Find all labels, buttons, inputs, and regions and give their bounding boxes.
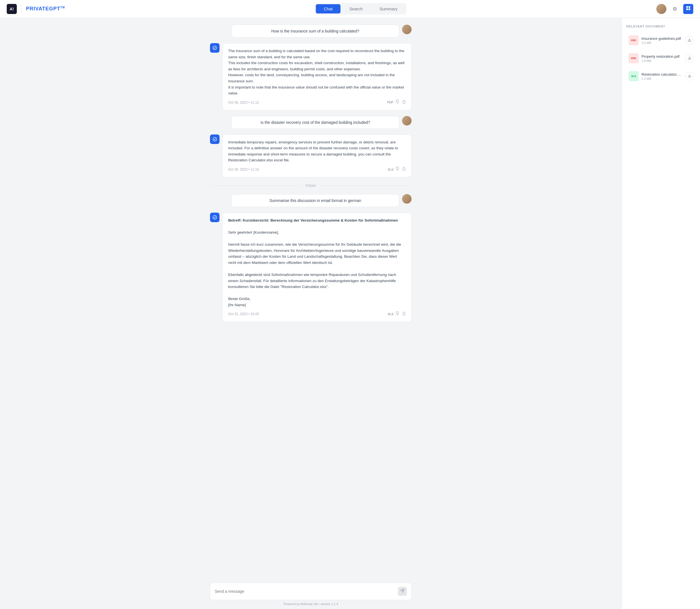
message-row: How is the insurance sum of a building c… (11, 25, 610, 37)
gear-icon: ⚙ (672, 6, 677, 12)
avatar[interactable] (656, 4, 666, 14)
thumbs-up-icon[interactable] (402, 100, 406, 106)
svg-rect-1 (688, 6, 690, 8)
doc-type-badge: PDF (629, 53, 639, 63)
tab-search[interactable]: Search (342, 4, 371, 14)
document-item[interactable]: PDF Property restoration.pdf 1.8 MB (626, 50, 696, 66)
download-icon (688, 38, 691, 42)
logo-icon: A! (7, 4, 17, 14)
document-item[interactable]: XLS Restoration calculator.xl... 1.2 MB (626, 68, 696, 84)
ai-icon (210, 213, 219, 222)
ai-message-row: The insurance sum of a building is calcu… (210, 43, 412, 110)
input-box (210, 583, 412, 600)
user-avatar (402, 116, 412, 125)
doc-size: 1.8 MB (642, 59, 683, 63)
ai-icon (210, 43, 219, 53)
tab-summary[interactable]: Summary (372, 4, 405, 14)
right-sidebar: RELEVANT DOCUMENT PDF Insurance guidelin… (622, 18, 700, 609)
header-actions: ⚙ (656, 4, 693, 14)
download-button[interactable] (685, 72, 693, 80)
doc-name: Restoration calculator.xl... (642, 72, 683, 76)
download-icon (688, 56, 691, 60)
message-footer: Oct 30, 2023 • 11:16 XLS (228, 167, 406, 173)
svg-rect-0 (686, 6, 688, 8)
download-icon (688, 74, 691, 79)
logo-area: A! PRIVATEGPTTM (7, 4, 65, 14)
footer-text: Powered by Artificialy SA • version 1.1.… (11, 602, 610, 606)
separator-line (320, 186, 412, 186)
doc-info: Insurance guidelines.pdf 3.5 MB (642, 36, 683, 45)
doc-name: Insurance guidelines.pdf (642, 36, 683, 41)
message-text: Betreff: Kurzübersicht: Berechnung der V… (228, 218, 406, 308)
main-layout: How is the insurance sum of a building c… (0, 18, 700, 609)
doc-size: 1.2 MB (642, 77, 683, 81)
thumbs-up-icon[interactable] (402, 312, 406, 317)
thumbs-up-icon[interactable] (402, 167, 406, 173)
user-bubble: How is the insurance sum of a building c… (231, 25, 399, 37)
message-text: Immediate temporary repairs, emergency s… (228, 139, 406, 163)
svg-point-5 (213, 137, 217, 141)
message-row: Immediate temporary repairs, emergency s… (11, 135, 610, 177)
svg-point-4 (213, 46, 217, 50)
svg-rect-3 (688, 8, 690, 10)
message-text: The insurance sum of a building is calcu… (228, 48, 406, 97)
thumbs-down-icon[interactable] (396, 100, 399, 106)
user-bubble: Summarise this discussion in email forma… (231, 194, 399, 207)
svg-rect-2 (686, 8, 688, 10)
doc-info: Restoration calculator.xl... 1.2 MB (642, 72, 683, 81)
document-item[interactable]: PDF Insurance guidelines.pdf 3.5 MB (626, 33, 696, 48)
tab-chat[interactable]: Chat (316, 4, 340, 14)
header: A! PRIVATEGPTTM Chat Search Summary ⚙ (0, 0, 700, 18)
send-button[interactable] (398, 587, 407, 596)
user-avatar (402, 194, 412, 204)
doc-size: 3.5 MB (642, 41, 683, 45)
send-icon (400, 589, 405, 594)
user-message: Is the disaster recovery cost of the dam… (210, 116, 412, 129)
download-button[interactable] (685, 36, 693, 44)
user-bubble: Is the disaster recovery cost of the dam… (231, 116, 399, 129)
input-area: Powered by Artificialy SA • version 1.1.… (0, 577, 622, 609)
date-separator: TODAY (210, 184, 412, 187)
messages-container: How is the insurance sum of a building c… (0, 18, 622, 577)
user-message: Summarise this discussion in email forma… (210, 194, 412, 207)
thumbs-down-icon[interactable] (396, 167, 399, 173)
ai-bubble: Immediate temporary repairs, emergency s… (222, 135, 412, 177)
message-footer: Oct 30, 2023 • 11:12 PDF (228, 100, 406, 106)
user-avatar (402, 25, 412, 34)
separator-line (210, 186, 302, 186)
ai-bubble: Betreff: Kurzübersicht: Berechnung der V… (222, 213, 412, 322)
download-button[interactable] (685, 54, 693, 62)
thumbs-down-icon[interactable] (396, 312, 399, 317)
nav-tabs: Chat Search Summary (315, 3, 406, 15)
doc-type-badge: PDF (629, 35, 639, 46)
message-actions: XLS (388, 167, 406, 173)
ai-bubble: The insurance sum of a building is calcu… (222, 43, 412, 110)
doc-type-badge: XLS (629, 71, 639, 81)
sidebar-title: RELEVANT DOCUMENT (626, 25, 696, 28)
user-message: How is the insurance sum of a building c… (210, 25, 412, 37)
ai-icon (210, 135, 219, 144)
doc-name: Property restoration.pdf (642, 54, 683, 58)
avatar-image (656, 4, 666, 14)
message-footer: Oct 31, 2023 • 10:43 XLS (228, 312, 406, 317)
message-row: Is the disaster recovery cost of the dam… (11, 116, 610, 129)
message-actions: XLS (388, 312, 406, 317)
ai-message-row: Immediate temporary repairs, emergency s… (210, 135, 412, 177)
grid-button[interactable] (683, 4, 693, 14)
logo-text: PRIVATEGPTTM (26, 6, 65, 12)
chat-area: How is the insurance sum of a building c… (0, 18, 622, 609)
ai-message-row: Betreff: Kurzübersicht: Berechnung der V… (210, 213, 412, 322)
message-input[interactable] (215, 589, 398, 594)
message-row: Summarise this discussion in email forma… (11, 194, 610, 207)
svg-point-6 (213, 215, 217, 219)
message-row: Betreff: Kurzübersicht: Berechnung der V… (11, 213, 610, 322)
settings-button[interactable]: ⚙ (670, 4, 680, 14)
message-actions: PDF (387, 100, 406, 106)
doc-info: Property restoration.pdf 1.8 MB (642, 54, 683, 63)
grid-icon (686, 6, 690, 12)
message-row: The insurance sum of a building is calcu… (11, 43, 610, 110)
